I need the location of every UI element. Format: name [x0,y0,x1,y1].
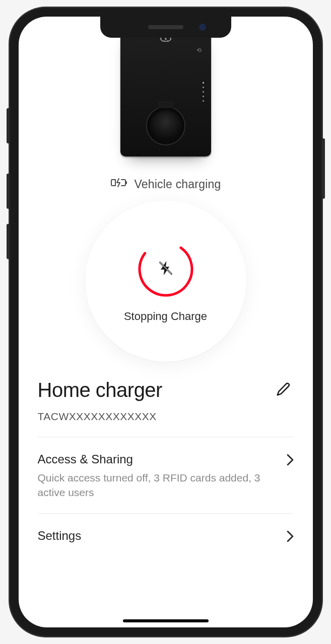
screen: ⟲ Vehicle charging [19,17,313,627]
progress-spinner [136,239,195,299]
charger-serial: TACWXXXXXXXXXXXX [38,411,294,423]
phone-frame: ⟲ Vehicle charging [10,8,322,636]
charger-device-image: ⟲ [120,28,211,156]
chevron-right-icon [287,531,294,544]
nfc-icon: ⟲ [196,47,202,54]
menu-item-settings[interactable]: Settings [38,514,294,557]
notch [100,17,231,38]
charge-socket [146,106,185,145]
front-camera [199,24,206,31]
charger-name: Home charger [38,379,162,401]
status-leds [203,82,204,102]
stop-charge-label: Stopping Charge [124,310,207,323]
menu-item-title: Settings [38,529,277,543]
pencil-icon [276,391,291,398]
menu-item-subtitle: Quick access turned off, 3 RFID cards ad… [38,470,277,500]
svg-point-1 [136,239,195,299]
speaker-grille [148,25,183,29]
menu-item-title: Access & Sharing [38,452,277,466]
menu-item-access-sharing[interactable]: Access & Sharing Quick access turned off… [38,437,294,514]
charging-status-row: Vehicle charging [38,177,294,192]
chevron-right-icon [287,454,294,467]
app-content: ⟲ Vehicle charging [19,17,313,557]
home-indicator[interactable] [123,619,209,622]
edit-name-button[interactable] [273,379,294,401]
stop-charge-button[interactable]: Stopping Charge [85,201,246,362]
battery-charging-icon [110,177,127,192]
charging-status-label: Vehicle charging [135,178,221,191]
